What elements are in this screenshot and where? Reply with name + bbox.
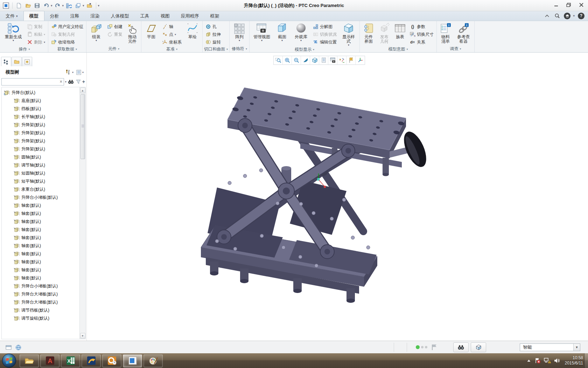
manage-views-button[interactable]: 管理视图 ▾ — [251, 22, 273, 42]
tree-item[interactable]: 短圆轴(默认) — [4, 169, 85, 177]
group-label-get-data[interactable]: 获取数据▾ — [50, 46, 85, 52]
search-dropdown-arrow[interactable]: ▾ — [65, 80, 66, 83]
tree-item[interactable]: 长平轴(默认) — [4, 113, 85, 121]
tree-item[interactable]: 轴套(默认) — [4, 242, 85, 250]
regenerate-button[interactable]: 重新生成 ▾ — [2, 22, 24, 42]
taskbar-excel[interactable]: X — [61, 354, 80, 367]
tray-action-center-icon[interactable] — [534, 357, 541, 364]
group-label-component[interactable]: 元件▾ — [88, 46, 140, 52]
tab-manikin[interactable]: 人体模型 — [105, 12, 135, 21]
point-button[interactable]: 点▾ — [161, 30, 183, 38]
tree-item[interactable]: 升降架(默认) — [4, 129, 85, 137]
tree-item[interactable]: 底座(默认) — [4, 97, 85, 105]
tree-item[interactable]: 轴套(默认) — [4, 202, 85, 210]
tree-item[interactable]: 轴套(默认) — [4, 226, 85, 234]
new-file-button[interactable] — [15, 2, 23, 9]
paste-button[interactable]: 粘贴▾ — [26, 30, 47, 38]
tree-item[interactable]: 轴套(默认) — [4, 218, 85, 226]
parameters-button[interactable]: ()参数 — [408, 23, 435, 30]
edit-position-button[interactable]: 编辑位置 — [312, 38, 338, 46]
search-icon[interactable] — [554, 12, 561, 19]
tree-search-input[interactable]: × — [1, 78, 64, 86]
revolve-button[interactable]: 旋转 — [204, 38, 222, 46]
tree-item[interactable]: 轴套(默认) — [4, 210, 85, 218]
selection-filter-dropdown[interactable]: 智能 ▼ — [520, 343, 580, 351]
publish-geometry-button[interactable]: 发布几何 — [377, 22, 392, 44]
web-browser-icon[interactable] — [14, 343, 22, 352]
group-label-model-display[interactable]: 模型显示▾ — [251, 47, 358, 53]
notification-flag-icon[interactable] — [431, 344, 438, 350]
tree-item[interactable]: 升降台小堵板(默认) — [4, 282, 85, 290]
tab-file[interactable]: 文件▾ — [0, 12, 23, 21]
find-icon[interactable] — [68, 79, 75, 84]
delete-button[interactable]: 删除▾ — [26, 38, 47, 46]
redo-button[interactable] — [54, 2, 62, 9]
close-button[interactable] — [578, 2, 585, 8]
copy-geometry-button[interactable]: 复制几何 — [50, 30, 85, 38]
tree-item[interactable]: 承重台(默认) — [4, 185, 85, 193]
pattern-button[interactable]: 阵列 ▾ — [231, 22, 248, 42]
window-dropdown-arrow[interactable]: ▾ — [83, 4, 84, 7]
tree-item[interactable]: 轴套(默认) — [4, 250, 85, 258]
drag-component-button[interactable]: 拖动元件 — [125, 22, 140, 44]
tree-item[interactable]: 短平轴(默认) — [4, 177, 85, 185]
graphics-viewport[interactable] — [87, 53, 588, 341]
community-icon[interactable] — [564, 13, 570, 19]
window-panel-icon[interactable] — [4, 343, 13, 352]
tree-item[interactable]: 轴套(默认) — [4, 258, 85, 266]
explode-button[interactable]: 分解图 — [312, 23, 338, 30]
family-table-button[interactable]: 族表 — [393, 22, 407, 39]
switch-dims-button[interactable]: 15fx切换尺寸 — [408, 30, 435, 38]
extrude-button[interactable]: 拉伸 — [204, 30, 222, 38]
taskbar-paint[interactable] — [144, 354, 163, 367]
group-label-datum[interactable]: 基准▾ — [143, 46, 201, 52]
relations-button[interactable]: d=关系 — [408, 38, 435, 46]
tree-item[interactable]: 升降台大堵板(默认) — [4, 298, 85, 306]
tree-item[interactable]: 升降架(默认) — [4, 121, 85, 129]
axis-button[interactable]: 轴 — [161, 23, 183, 30]
tray-network-icon[interactable] — [544, 357, 551, 364]
display-style-button[interactable]: 显示样式 ▾ — [339, 22, 358, 47]
close-window-button[interactable] — [86, 2, 93, 9]
group-label-model-intent[interactable]: 模型意图▾ — [361, 46, 435, 52]
tree-item[interactable]: 挡板(默认) — [4, 105, 85, 113]
group-label-operations[interactable]: 操作▾ — [2, 46, 47, 52]
collapse-ribbon-icon[interactable] — [544, 12, 551, 19]
tree-item[interactable]: 轴套(默认) — [4, 274, 85, 282]
switch-state-button[interactable]: 切换状况 — [312, 30, 338, 38]
tree-item[interactable]: 升降台小堵板(默认) — [4, 193, 85, 202]
tab-favorites[interactable] — [22, 57, 32, 66]
group-label-cut-surface[interactable]: 切口和曲面▾ — [204, 46, 228, 52]
csys-button[interactable]: 坐标系 — [161, 38, 183, 46]
taskbar-outlook[interactable] — [102, 354, 121, 367]
chevron-down-icon[interactable]: ▼ — [573, 344, 580, 351]
tab-render[interactable]: 渲染 — [85, 12, 105, 21]
tree-item[interactable]: 调节挡板(默认) — [4, 306, 85, 314]
tab-folder-browser[interactable] — [12, 57, 22, 66]
shrinkwrap-button[interactable]: 收缩包络 — [50, 38, 85, 46]
filter-icon[interactable] — [76, 79, 81, 84]
tree-item[interactable]: 升降架(默认) — [4, 145, 85, 153]
reference-viewer-button[interactable]: i 参考查看器 — [454, 22, 473, 44]
group-label-investigate[interactable]: 调查▾ — [438, 46, 473, 52]
tab-annotate[interactable]: 注释 — [65, 12, 85, 21]
tree-item[interactable]: 轴套(默认) — [4, 266, 85, 274]
taskbar-creo-parametric[interactable] — [82, 354, 101, 367]
section-button[interactable]: 截面 ▾ — [274, 22, 290, 42]
save-button[interactable] — [33, 2, 41, 9]
appearance-gallery-button[interactable]: 外观库 ▾ — [292, 22, 310, 42]
component-interface-button[interactable]: 元件界面 — [361, 22, 376, 44]
taskbar-windows-explorer[interactable] — [20, 354, 39, 367]
tab-view[interactable]: 视图 — [155, 12, 175, 21]
scroll-down-button[interactable]: ▼ — [80, 333, 85, 339]
create-button[interactable]: 创建 — [106, 23, 124, 30]
window-switch-button[interactable] — [74, 2, 82, 9]
tab-framework[interactable]: 框架 — [205, 12, 225, 21]
help-icon[interactable]: ? — [578, 13, 584, 19]
tree-item[interactable]: 升降架(默认) — [4, 137, 85, 145]
select-display-button[interactable] — [471, 342, 486, 352]
maximize-button[interactable] — [565, 2, 573, 8]
open-file-button[interactable] — [24, 2, 32, 9]
group-label-modifiers[interactable]: 修饰符▾ — [231, 46, 248, 52]
creo-logo-icon[interactable] — [2, 2, 10, 9]
